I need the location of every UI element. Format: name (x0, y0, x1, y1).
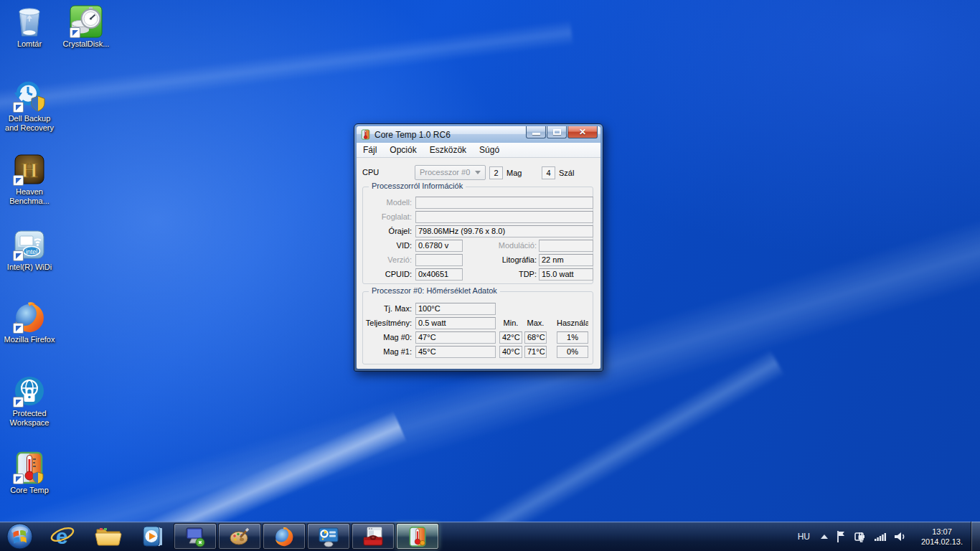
recycle-bin-icon (12, 4, 47, 39)
cpuid-label: CPUID: (363, 270, 412, 281)
taskbar-media-player-icon[interactable] (142, 525, 165, 547)
menu-tools[interactable]: Eszközök (423, 143, 473, 156)
lithography-field: 22 nm (539, 254, 593, 266)
socket-label: Foglalat: (363, 212, 412, 224)
core0-temp-field: 47°C (415, 331, 496, 344)
show-hidden-icons-button[interactable] (819, 529, 829, 544)
vid-field: 0.6780 v (415, 240, 463, 252)
desktop-icon-intel-widi[interactable]: intel Intel(R) WiDi (1, 227, 57, 272)
core0-max-field: 68°C (524, 331, 547, 344)
network-signal-icon[interactable] (873, 529, 887, 544)
crystaldiskmark-icon (69, 4, 103, 39)
menu-file[interactable]: Fájl (357, 143, 383, 156)
window-client-area: CPU Processzor #0 2 Mag 4 Szál Processzo… (357, 158, 600, 369)
icon-label: Dell Backup and Recovery (1, 114, 57, 133)
column-header-max: Max. (524, 319, 547, 327)
thread-count-unit: Szál (559, 169, 585, 180)
taskbar-clock[interactable]: 13:07 2014.02.13. (914, 527, 970, 547)
processor-info-group-title: Processzorról Információk (369, 182, 466, 190)
taskbar-internet-explorer-icon[interactable]: e (50, 525, 75, 547)
taskbar-button-toolbox[interactable] (352, 523, 395, 550)
minimize-button[interactable] (526, 126, 546, 138)
taskbar-button-system-panel[interactable] (307, 523, 350, 550)
show-desktop-button[interactable] (971, 522, 980, 551)
desktop-icon-mozilla-firefox[interactable]: Mozilla Firefox (1, 300, 57, 344)
shortcut-arrow-icon (13, 397, 24, 408)
desktop-icon-heaven-benchmark[interactable]: H Heaven Benchma... (1, 152, 57, 206)
taskbar-button-remote-desktop[interactable] (174, 523, 217, 550)
processor-select-value: Processzor #0 (420, 168, 470, 176)
toolbox-icon (362, 526, 384, 547)
core0-label: Mag #0: (363, 333, 412, 344)
processor-info-group: Processzorról Információk Modell: Foglal… (362, 187, 593, 284)
lithography-label: Litográfia: (484, 255, 537, 267)
taskbar-explorer-icon[interactable] (95, 525, 122, 547)
core-count-box: 2 (489, 166, 503, 179)
shortcut-arrow-icon (13, 250, 24, 261)
core-temp-icon (407, 526, 428, 547)
protected-workspace-icon (12, 374, 47, 408)
icon-label: Heaven Benchma... (1, 187, 57, 206)
power-battery-icon[interactable] (854, 529, 868, 544)
tdp-label: TDP: (484, 270, 537, 281)
column-header-min: Min. (499, 319, 522, 327)
paint-icon (229, 526, 250, 547)
icon-label: Intel(R) WiDi (1, 263, 57, 272)
temperature-group: Processzor #0: Hőmérséklet Adatok Tj. Ma… (362, 291, 593, 364)
tdp-field: 15.0 watt (539, 268, 593, 281)
taskbar-button-firefox[interactable] (263, 523, 306, 550)
taskbar-button-paint[interactable] (218, 523, 261, 550)
shortcut-arrow-icon (70, 27, 80, 38)
tjmax-label: Tj. Max: (363, 304, 412, 316)
icon-label: Core Temp (1, 486, 57, 495)
taskbar-button-core-temp[interactable] (396, 523, 439, 550)
revision-field (415, 254, 463, 266)
heaven-benchmark-icon: H (12, 152, 47, 187)
vid-label: VID: (363, 241, 412, 253)
window-title: Core Temp 1.0 RC6 (374, 130, 451, 140)
action-center-flag-icon[interactable] (834, 529, 849, 544)
icon-label: CrystalDisk... (58, 39, 114, 49)
desktop: Lomtár CrystalDisk... (0, 0, 980, 551)
processor-select[interactable]: Processzor #0 (415, 165, 486, 180)
shortcut-arrow-icon (13, 102, 24, 113)
core0-min-field: 42°C (499, 331, 522, 344)
desktop-icon-core-temp[interactable]: Core Temp (1, 451, 57, 495)
desktop-icon-dell-backup[interactable]: Dell Backup and Recovery (1, 79, 57, 133)
icon-label: Lomtár (1, 39, 57, 49)
firefox-icon (273, 526, 295, 547)
cpuid-field: 0x40651 (415, 268, 463, 281)
shortcut-arrow-icon (13, 175, 24, 186)
system-tray: HU (793, 522, 970, 551)
frequency-label: Órajel: (363, 227, 412, 238)
maximize-button[interactable] (547, 126, 567, 138)
desktop-icon-recycle-bin[interactable]: Lomtár (1, 4, 57, 49)
language-indicator[interactable]: HU (793, 529, 814, 544)
column-header-usage: Használat (557, 319, 588, 327)
desktop-icon-crystaldiskmark[interactable]: CrystalDisk... (58, 4, 114, 49)
system-panel-icon (318, 526, 339, 547)
core1-temp-field: 45°C (415, 346, 496, 358)
close-button[interactable]: ✕ (567, 126, 598, 138)
modulation-label: Moduláció: (484, 241, 537, 253)
menu-help[interactable]: Súgó (473, 143, 506, 156)
temperature-group-title: Processzor #0: Hőmérséklet Adatok (369, 286, 500, 295)
clock-time: 13:07 (914, 527, 970, 537)
taskbar: e (0, 522, 980, 551)
menu-bar: Fájl Opciók Eszközök Súgó (357, 143, 600, 158)
shortcut-arrow-icon (13, 474, 24, 484)
firefox-icon (12, 300, 47, 334)
model-field (415, 197, 593, 209)
power-field: 0.5 watt (415, 317, 496, 329)
core-temp-window: Core Temp 1.0 RC6 ✕ Fájl Opciók Eszközök… (354, 123, 603, 372)
core-temp-window-icon (360, 129, 371, 140)
socket-field (415, 211, 593, 223)
svg-text:intel: intel (26, 248, 38, 255)
desktop-icon-protected-workspace[interactable]: Protected Workspace (1, 374, 57, 428)
frequency-field: 798.06MHz (99.76 x 8.0) (415, 225, 593, 237)
core1-load-field: 0% (557, 346, 588, 358)
menu-options[interactable]: Opciók (383, 143, 423, 156)
title-bar[interactable]: Core Temp 1.0 RC6 ✕ (357, 126, 600, 143)
start-button[interactable] (6, 523, 33, 550)
volume-speaker-icon[interactable] (892, 529, 907, 544)
